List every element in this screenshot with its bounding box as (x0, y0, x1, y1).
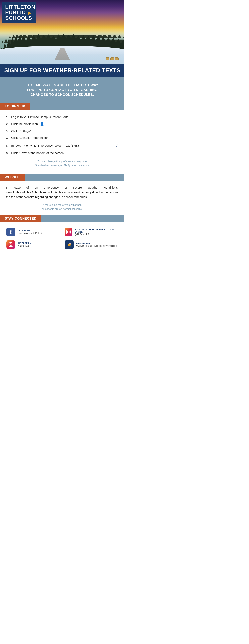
step-4-text: Click “Contact Preferences” (11, 136, 119, 140)
logo-line2: PUBLIC ▶ (5, 10, 34, 15)
superintendent-title: FOLLOW SUPERINTENDENT TODD LAMBERT (75, 228, 118, 233)
stay-connected-header: STAY CONNECTED (0, 215, 125, 222)
website-section: In case of an emergency or severe weathe… (0, 181, 125, 215)
social-grid: f FACEBOOK Facebook.com/LPSk12 FOLLOW SU… (0, 222, 125, 254)
step-2-num: 2. (6, 122, 11, 126)
step-1-num: 1. (6, 115, 11, 120)
hay-bale (106, 57, 109, 60)
svg-point-1 (67, 231, 69, 233)
subtitle-box: TEXT MESSAGES ARE THE FASTEST WAY FOR LP… (0, 77, 125, 102)
step-3-num: 3. (6, 129, 11, 134)
step-5: 5. In rows “Priority” & “Emergency” sele… (6, 142, 119, 149)
step-5-text: In rows “Priority” & “Emergency” select … (11, 143, 113, 148)
logo-line1: LITTLETON (5, 4, 34, 10)
website-label: WEBSITE (0, 174, 26, 181)
instagram-label: INSTAGRAM @LPS.k12 (18, 242, 32, 247)
svg-rect-3 (9, 243, 13, 247)
step-3-text: Click “Settings” (11, 129, 119, 134)
step-4: 4. Click “Contact Preferences” (6, 136, 119, 140)
stay-connected-label: STAY CONNECTED (0, 215, 42, 222)
newsroom-icon: ★ (65, 240, 74, 249)
facebook-label: FACEBOOK Facebook.com/LPSk12 (18, 229, 42, 234)
instagram-handle: @LPS.k12 (18, 244, 32, 247)
facebook-title: FACEBOOK (18, 229, 42, 232)
step-1-text: Log in to your Infinite Campus Parent Po… (11, 115, 119, 120)
profile-icon: 👤 (40, 122, 44, 127)
signup-section-header: TO SIGN UP (0, 102, 125, 110)
facebook-icon: f (6, 228, 15, 236)
logo-public: PUBLIC (5, 9, 26, 15)
hay-bales (106, 57, 119, 60)
checkbox-icon: ☑ (115, 142, 119, 149)
svg-point-4 (10, 244, 12, 246)
logo-line3: SCHOOLS (5, 15, 34, 21)
svg-point-2 (69, 230, 70, 231)
logo-icon: ▶ (28, 10, 32, 15)
website-section-header: WEBSITE (0, 174, 125, 181)
hay-bale (115, 57, 119, 60)
facebook-handle: Facebook.com/LPSk12 (18, 232, 42, 234)
website-body-text: In case of an emergency or severe weathe… (0, 181, 125, 202)
step-2-text: Click the profile icon 👤 (11, 122, 119, 127)
main-title: SIGN UP FOR WEATHER-RELATED TEXTS (0, 64, 125, 77)
step-4-num: 4. (6, 136, 11, 140)
step-1: 1. Log in to your Infinite Campus Parent… (6, 115, 119, 120)
website-note: If there is no red or yellow banner, all… (0, 202, 125, 215)
signup-disclaimer: You can change this preference at any ti… (6, 158, 119, 171)
instagram-icon (6, 240, 15, 249)
steps-section: 1. Log in to your Infinite Campus Parent… (0, 110, 125, 174)
logo: LITTLETON PUBLIC ▶ SCHOOLS (3, 2, 36, 23)
superintendent-item[interactable]: FOLLOW SUPERINTENDENT TODD LAMBERT @TLSu… (62, 226, 121, 238)
step-5-num: 5. (6, 143, 11, 148)
svg-point-5 (12, 243, 12, 244)
newsroom-item[interactable]: ★ NEWSROOM www.LittletonPublicSchools.ne… (62, 238, 121, 251)
newsroom-handle: www.LittletonPublicSchools.net/Newsroom (76, 245, 117, 247)
step-6: 6. Click “Save” at the bottom of the scr… (6, 151, 119, 156)
facebook-item[interactable]: f FACEBOOK Facebook.com/LPSk12 (4, 226, 62, 238)
step-3: 3. Click “Settings” (6, 129, 119, 134)
step-6-num: 6. (6, 151, 11, 156)
subtitle-text: TEXT MESSAGES ARE THE FASTEST WAY FOR LP… (6, 83, 119, 97)
superintendent-handle: @TLSuptLPS (75, 233, 118, 236)
svg-rect-0 (66, 230, 70, 234)
newsroom-title: NEWSROOM (76, 242, 117, 245)
instagram-title: INSTAGRAM (18, 242, 32, 244)
step-6-text: Click “Save” at the bottom of the screen (11, 151, 119, 156)
newsroom-label: NEWSROOM www.LittletonPublicSchools.net/… (76, 242, 117, 247)
step-2: 2. Click the profile icon 👤 (6, 122, 119, 127)
instagram-item[interactable]: INSTAGRAM @LPS.k12 (4, 238, 62, 251)
hay-bale (110, 57, 114, 60)
superintendent-label: FOLLOW SUPERINTENDENT TODD LAMBERT @TLSu… (75, 228, 118, 236)
superintendent-instagram-icon (65, 228, 72, 236)
signup-label: TO SIGN UP (0, 102, 30, 110)
hero-image: LITTLETON PUBLIC ▶ SCHOOLS (0, 0, 125, 64)
